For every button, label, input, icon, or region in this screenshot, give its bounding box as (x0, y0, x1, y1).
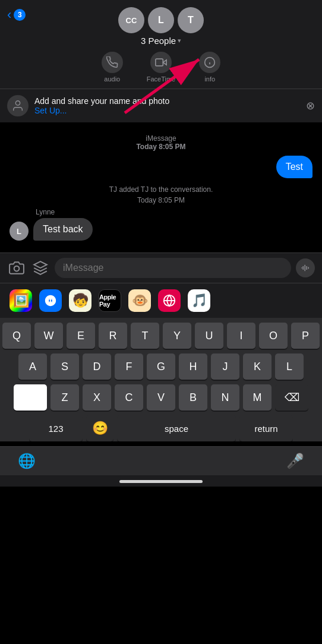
keyboard: Q W E R T Y U I O P A S D F G H J K L ⬆ … (0, 318, 322, 441)
photos-app-icon[interactable]: 🖼️ (10, 289, 32, 312)
back-chevron-icon: ‹ (7, 8, 11, 21)
sender-name: Lynne (36, 208, 312, 216)
facetime-label: FaceTime (147, 75, 176, 83)
input-bar (0, 252, 322, 283)
avatar-l: L (148, 7, 174, 33)
back-button[interactable]: ‹ 3 (7, 8, 26, 21)
bottom-bar: 🌐 🎤 (0, 446, 322, 475)
avatar-cc: CC (118, 7, 144, 33)
home-indicator (0, 475, 322, 487)
monkey-icon[interactable]: 🐵 (128, 289, 151, 312)
appstore-icon[interactable] (39, 289, 62, 312)
return-key[interactable]: return (239, 415, 293, 441)
key-c[interactable]: C (115, 384, 143, 411)
audio-icon (102, 52, 123, 73)
key-f[interactable]: F (115, 353, 143, 380)
key-a[interactable]: A (18, 353, 47, 380)
back-badge-count: 3 (14, 9, 26, 21)
key-e[interactable]: E (67, 323, 95, 349)
key-row-2: A S D F G H J K L (2, 353, 320, 380)
key-row-4: 123 😊 space return (2, 415, 320, 441)
key-t[interactable]: T (131, 323, 159, 349)
camera-button[interactable] (7, 258, 26, 277)
space-key[interactable]: space (117, 415, 236, 441)
applepay-icon[interactable]: Apple Pay (99, 289, 121, 312)
key-y[interactable]: Y (163, 323, 191, 349)
svg-marker-0 (163, 60, 166, 65)
key-o[interactable]: O (259, 323, 288, 349)
key-n[interactable]: N (211, 384, 239, 411)
group-avatars: CC L T (118, 7, 204, 33)
music-icon[interactable]: 🎵 (188, 289, 210, 312)
notif-close-icon[interactable]: ⊗ (306, 99, 315, 112)
key-d[interactable]: D (83, 353, 111, 380)
globe-red-icon[interactable] (158, 289, 181, 312)
key-s[interactable]: S (50, 353, 79, 380)
notif-text: Add and share your name and photo Set Up… (34, 96, 300, 115)
key-row-1: Q W E R T Y U I O P (2, 323, 320, 349)
audio-label: audio (104, 75, 120, 83)
facetime-action[interactable]: FaceTime (147, 52, 176, 83)
my-message: Test (10, 156, 312, 178)
key-h[interactable]: H (179, 353, 207, 380)
numbers-key[interactable]: 123 (29, 415, 83, 441)
system-message: TJ added TJ to the conversation. Today 8… (10, 184, 312, 206)
key-g[interactable]: G (147, 353, 175, 380)
their-avatar: L (10, 222, 29, 241)
globe-icon[interactable]: 🌐 (18, 453, 36, 469)
notif-link[interactable]: Set Up... (34, 106, 67, 115)
audio-action[interactable]: audio (102, 52, 123, 83)
chevron-down-icon: ▾ (178, 37, 181, 45)
info-label: info (204, 75, 215, 83)
memoji-icon[interactable]: 🧒 (69, 289, 91, 312)
key-i[interactable]: I (227, 323, 255, 349)
emoji-key[interactable]: 😊 (86, 415, 113, 441)
notification-banner: Add and share your name and photo Set Up… (0, 89, 322, 122)
key-w[interactable]: W (34, 323, 63, 349)
key-u[interactable]: U (195, 323, 223, 349)
key-r[interactable]: R (99, 323, 127, 349)
apps-button[interactable] (31, 258, 50, 277)
key-q[interactable]: Q (2, 323, 31, 349)
audio-record-button[interactable] (296, 258, 315, 277)
backspace-key[interactable]: ⌫ (275, 384, 308, 411)
their-message: L Test back (10, 218, 312, 241)
shift-key[interactable]: ⬆ (14, 384, 47, 411)
key-z[interactable]: Z (50, 384, 79, 411)
key-x[interactable]: X (83, 384, 111, 411)
facetime-icon (150, 52, 172, 73)
avatar-t: T (178, 7, 204, 33)
imessage-timestamp: iMessage Today 8:05 PM (10, 134, 312, 151)
microphone-icon[interactable]: 🎤 (286, 453, 304, 469)
message-input[interactable] (55, 258, 291, 278)
svg-rect-1 (156, 59, 163, 66)
header-actions: audio FaceTime info (102, 52, 221, 89)
svg-point-8 (14, 266, 20, 272)
their-bubble: Test back (33, 218, 93, 241)
app-strip: 🖼️ 🧒 Apple Pay 🐵 🎵 (0, 283, 322, 318)
key-p[interactable]: P (291, 323, 320, 349)
key-v[interactable]: V (147, 384, 175, 411)
people-label[interactable]: 3 People ▾ (141, 36, 181, 46)
key-j[interactable]: J (211, 353, 239, 380)
svg-point-7 (15, 101, 20, 105)
notif-title: Add and share your name and photo (34, 96, 169, 106)
info-icon (199, 52, 220, 73)
my-bubble: Test (276, 156, 312, 178)
key-l[interactable]: L (275, 353, 304, 380)
key-k[interactable]: K (243, 353, 272, 380)
notif-avatar (7, 95, 29, 116)
info-action[interactable]: info (199, 52, 220, 83)
chat-area: iMessage Today 8:05 PM Test TJ added TJ … (0, 122, 322, 252)
key-m[interactable]: M (243, 384, 272, 411)
key-row-3: ⬆ Z X C V B N M ⌫ (2, 384, 320, 411)
key-b[interactable]: B (179, 384, 207, 411)
header: ‹ 3 CC L T 3 People ▾ audio Fac (0, 0, 322, 89)
home-bar (119, 480, 203, 483)
